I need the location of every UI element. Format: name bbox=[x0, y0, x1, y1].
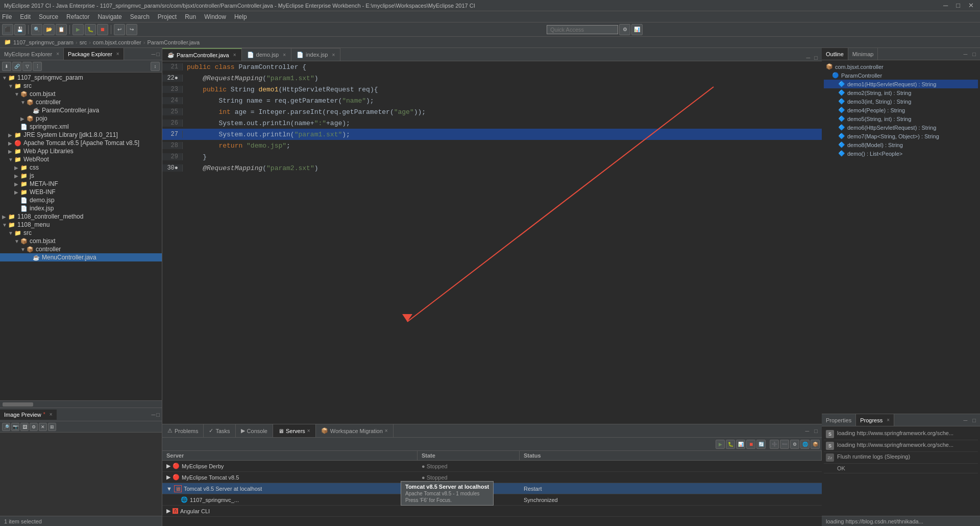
explorer-scroll-btn[interactable]: ↕ bbox=[151, 62, 160, 71]
server-settings-btn[interactable]: ⚙ bbox=[790, 440, 799, 449]
tree-area[interactable]: ▼ 📁 1107_springmvc_param ▼ 📁 src ▼ 📦 com… bbox=[0, 73, 162, 400]
server-remove-btn[interactable]: ➖ bbox=[780, 440, 789, 449]
tree-item-menucontroller[interactable]: ☕ MenuController.java bbox=[0, 253, 162, 261]
left-scrollbar[interactable] bbox=[0, 400, 162, 408]
outline-item-demo3[interactable]: 🔷 demo3(int, String) : String bbox=[824, 97, 978, 106]
menu-search[interactable]: Search bbox=[130, 13, 150, 20]
tab-tasks[interactable]: ✓ Tasks bbox=[204, 424, 235, 437]
breadcrumb-item-2[interactable]: src bbox=[80, 39, 87, 45]
editor-max-btn[interactable]: □ bbox=[812, 55, 820, 61]
preview-panel-max[interactable]: □ bbox=[156, 412, 160, 418]
tree-item-springmvc[interactable]: 📄 springmvc.xml bbox=[0, 123, 162, 131]
tree-item-root-project[interactable]: ▼ 📁 1107_springmvc_param bbox=[0, 74, 162, 82]
preview-btn-5[interactable]: ✕ bbox=[39, 423, 47, 431]
tab-image-preview[interactable]: Image Preview * × bbox=[0, 410, 57, 420]
server-start-btn[interactable]: ▶ bbox=[716, 440, 725, 449]
indexjsp-tab-close[interactable]: × bbox=[332, 52, 335, 58]
myeclipse-explorer-close[interactable]: × bbox=[56, 51, 59, 57]
explorer-max-btn[interactable]: □ bbox=[156, 51, 160, 57]
toolbar-btn-6[interactable]: ↩ bbox=[114, 24, 125, 35]
menu-file[interactable]: File bbox=[2, 13, 12, 20]
menu-navigate[interactable]: Navigate bbox=[97, 13, 121, 20]
preview-panel-min[interactable]: ─ bbox=[152, 412, 156, 418]
toolbar-btn-3[interactable]: 🔍 bbox=[31, 24, 42, 35]
props-min-btn[interactable]: ─ bbox=[962, 417, 970, 423]
menu-edit[interactable]: Edit bbox=[20, 13, 31, 20]
explorer-min-btn[interactable]: ─ bbox=[152, 51, 156, 57]
tab-demojsp[interactable]: 📄 demo.jsp × bbox=[242, 48, 291, 61]
tree-item-demojsp[interactable]: 📄 demo.jsp bbox=[0, 196, 162, 204]
workspace-close[interactable]: × bbox=[385, 428, 388, 434]
tree-item-pojo[interactable]: ▶ 📦 pojo bbox=[0, 114, 162, 123]
toolbar-btn-2[interactable]: 💾 bbox=[14, 24, 26, 35]
tree-item-indexjsp[interactable]: 📄 index.jsp bbox=[0, 204, 162, 212]
demojsp-tab-close[interactable]: × bbox=[283, 52, 286, 58]
outline-item-demo1[interactable]: 🔷 demo1(HttpServletRequest) : String bbox=[824, 80, 978, 88]
outline-item-demo7[interactable]: 🔷 demo7(Map<String, Object>) : String bbox=[824, 132, 978, 140]
tree-item-js[interactable]: ▶ 📁 js bbox=[0, 172, 162, 180]
tree-item-webroot[interactable]: ▼ 📁 WebRoot bbox=[0, 155, 162, 163]
menu-refactor[interactable]: Refactor bbox=[66, 13, 89, 20]
servers-close[interactable]: × bbox=[307, 428, 310, 434]
outline-item-demo6[interactable]: 🔷 demo6(HttpServletRequest) : String bbox=[824, 123, 978, 132]
bottom-max-btn[interactable]: □ bbox=[812, 428, 820, 434]
maximize-button[interactable]: □ bbox=[954, 2, 962, 9]
preview-btn-3[interactable]: 🖼 bbox=[20, 423, 29, 431]
outline-item-demo2[interactable]: 🔷 demo2(String, int) : String bbox=[824, 88, 978, 97]
server-modules-btn[interactable]: 📦 bbox=[811, 440, 820, 449]
tree-item-menu-bjsxt[interactable]: ▼ 📦 com.bjsxt bbox=[0, 237, 162, 245]
server-debug-btn[interactable]: 🐛 bbox=[726, 440, 735, 449]
preview-btn-2[interactable]: 📷 bbox=[11, 423, 19, 431]
code-area[interactable]: 21 public class ParamController { 22● @R… bbox=[162, 61, 822, 424]
outline-item-pkg[interactable]: 📦 com.bjsxt.controller bbox=[824, 62, 978, 71]
menu-window[interactable]: Window bbox=[204, 13, 226, 20]
preview-btn-1[interactable]: 🔎 bbox=[2, 423, 10, 431]
toolbar-btn-run[interactable]: ▶ bbox=[72, 24, 84, 35]
tree-item-tomcat-lib[interactable]: ▶ 🔴 Apache Tomcat v8.5 [Apache Tomcat v8… bbox=[0, 139, 162, 147]
tab-workspace-migration[interactable]: 📦 Workspace Migration × bbox=[316, 424, 394, 437]
explorer-menu-btn[interactable]: ⋮ bbox=[33, 62, 42, 71]
toolbar-btn-debug[interactable]: 🐛 bbox=[85, 24, 96, 35]
toolbar-right-1[interactable]: ⚙ bbox=[619, 24, 630, 35]
menu-run[interactable]: Run bbox=[185, 13, 196, 20]
breadcrumb-item-3[interactable]: com.bjsxt.controller bbox=[93, 39, 141, 45]
bottom-min-btn[interactable]: ─ bbox=[803, 428, 812, 434]
preview-btn-4[interactable]: ⚙ bbox=[30, 423, 38, 431]
outline-item-demo4[interactable]: 🔷 demo4(People) : String bbox=[824, 106, 978, 114]
outline-item-demo9[interactable]: 🔷 demo() : List<People> bbox=[824, 149, 978, 158]
paramcontroller-tab-close[interactable]: × bbox=[233, 52, 236, 58]
breadcrumb-item-4[interactable]: ParamController.java bbox=[147, 39, 200, 45]
breadcrumb-item-1[interactable]: 1107_springmvc_param bbox=[13, 39, 74, 45]
tab-outline[interactable]: Outline bbox=[822, 48, 848, 60]
explorer-filter-btn[interactable]: ▽ bbox=[22, 62, 32, 71]
server-open-btn[interactable]: 🌐 bbox=[800, 440, 810, 449]
tab-paramcontroller[interactable]: ☕ ParamController.java × bbox=[162, 48, 242, 61]
toolbar-btn-7[interactable]: ↪ bbox=[126, 24, 137, 35]
preview-btn-6[interactable]: ⊞ bbox=[48, 423, 56, 431]
server-add-btn[interactable]: ➕ bbox=[770, 440, 779, 449]
package-explorer-close[interactable]: × bbox=[116, 51, 119, 57]
tab-indexjsp[interactable]: 📄 index.jsp × bbox=[291, 48, 340, 61]
outline-item-demo5[interactable]: 🔷 demo5(String, int) : String bbox=[824, 114, 978, 123]
tab-progress[interactable]: Progress × bbox=[856, 414, 894, 426]
tree-item-paramcontroller[interactable]: ☕ ParamController.java bbox=[0, 106, 162, 114]
tab-package-explorer[interactable]: Package Explorer × bbox=[64, 48, 124, 60]
explorer-collapse-btn[interactable]: ⬇ bbox=[2, 62, 11, 71]
server-row-angular[interactable]: ▶ 🅰 Angular CLI bbox=[162, 506, 822, 517]
outline-item-class[interactable]: 🔵 ParamController bbox=[824, 71, 978, 80]
editor-min-btn[interactable]: ─ bbox=[804, 55, 813, 61]
tree-item-src[interactable]: ▼ 📁 src bbox=[0, 82, 162, 90]
props-max-btn[interactable]: □ bbox=[970, 417, 978, 423]
toolbar-btn-stop[interactable]: ⏹ bbox=[97, 24, 108, 35]
tree-item-1108-menu[interactable]: ▼ 📁 1108_menu bbox=[0, 221, 162, 229]
tree-item-controller[interactable]: ▼ 📦 controller bbox=[0, 98, 162, 106]
progress-close[interactable]: × bbox=[887, 417, 890, 423]
tab-myeclipse-explorer[interactable]: MyEclipse Explorer × bbox=[0, 48, 64, 60]
explorer-link-btn[interactable]: 🔗 bbox=[12, 62, 21, 71]
menu-project[interactable]: Project bbox=[158, 13, 177, 20]
quick-access-input[interactable] bbox=[547, 25, 618, 34]
server-profile-btn[interactable]: 📊 bbox=[736, 440, 745, 449]
tree-item-bjsxt[interactable]: ▼ 📦 com.bjsxt bbox=[0, 90, 162, 98]
tab-minimap[interactable]: Minimap bbox=[848, 48, 878, 60]
menu-help[interactable]: Help bbox=[234, 13, 247, 20]
